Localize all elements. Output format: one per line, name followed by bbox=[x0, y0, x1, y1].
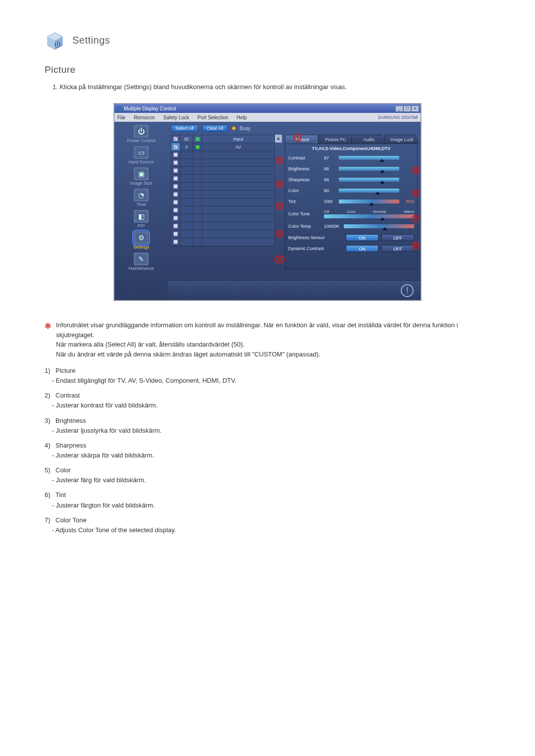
table-row[interactable] bbox=[171, 238, 274, 246]
table-row[interactable] bbox=[171, 175, 274, 183]
busy-label: Busy bbox=[240, 126, 251, 131]
row-input: AV bbox=[202, 143, 274, 151]
list-item: 2)Contrast - Justerar kontrast för vald … bbox=[45, 391, 490, 410]
sharpness-slider[interactable] bbox=[339, 178, 399, 182]
sidebar-item-pip[interactable]: ◧ PIP bbox=[116, 210, 166, 228]
menu-help[interactable]: Help bbox=[237, 115, 247, 120]
sidebar-item-input-source[interactable]: ▭ Input Source bbox=[116, 146, 166, 164]
tab-audio[interactable]: Audio bbox=[351, 135, 386, 144]
table-row[interactable] bbox=[171, 230, 274, 238]
table-row[interactable] bbox=[171, 222, 274, 230]
table-row[interactable] bbox=[171, 214, 274, 222]
maintenance-icon: ✎ bbox=[134, 252, 149, 265]
sidebar-item-power-control[interactable]: ⏻ Power Control bbox=[116, 125, 166, 143]
sidebar-item-label: Power Control bbox=[116, 138, 166, 143]
color-tone-label: Color Tone bbox=[288, 211, 324, 216]
table-row[interactable] bbox=[171, 191, 274, 199]
callout-3: 3 bbox=[412, 166, 420, 174]
table-row[interactable] bbox=[171, 167, 274, 175]
settings-panel: Picture Picture PC Audio Image Lock TV,A… bbox=[285, 135, 418, 278]
callout-7: 7 bbox=[412, 215, 420, 223]
select-all-button[interactable]: Select All bbox=[171, 125, 198, 132]
brightness-sensor-on-button[interactable]: ON bbox=[346, 234, 378, 241]
dynamic-contrast-off-button[interactable]: OFF bbox=[381, 245, 414, 252]
grid-head-status bbox=[193, 135, 202, 143]
row-checkbox[interactable] bbox=[173, 145, 178, 149]
star-icon: ✱ bbox=[45, 320, 51, 359]
dynamic-contrast-label: Dynamic Contrast bbox=[288, 246, 343, 251]
sidebar: ⏻ Power Control ▭ Input Source ▣ Image S… bbox=[114, 122, 168, 300]
maximize-button[interactable]: □ bbox=[403, 105, 411, 112]
sidebar-item-settings[interactable]: ⚙ Settings bbox=[116, 231, 166, 250]
grid-head-id: ID bbox=[180, 135, 193, 143]
color-label: Color bbox=[288, 188, 324, 193]
tint-slider[interactable] bbox=[339, 200, 399, 203]
tint-left: G50 bbox=[324, 199, 339, 204]
list-item: 5)Color - Justerar färg för vald bildskä… bbox=[45, 465, 490, 485]
window-title: Multiple Display Control bbox=[124, 106, 176, 111]
menubar: File Remocon Safety Lock Port Selection … bbox=[114, 113, 421, 122]
panel-subheader: TV,AV,S-Video,Component,HDMI,DTV bbox=[288, 146, 414, 151]
color-tone-slider[interactable] bbox=[324, 214, 414, 218]
intro-text: 1. Klicka på Inställningar (Settings) bl… bbox=[53, 83, 490, 91]
color-temp-slider[interactable] bbox=[344, 224, 414, 228]
sidebar-item-label: PIP bbox=[116, 223, 166, 228]
pip-icon: ◧ bbox=[134, 210, 149, 223]
sidebar-item-image-size[interactable]: ▣ Image Size bbox=[116, 167, 166, 186]
callout-10: 10 bbox=[274, 255, 285, 263]
contrast-value: 67 bbox=[324, 155, 339, 160]
menu-safety-lock[interactable]: Safety Lock bbox=[163, 115, 189, 120]
sidebar-item-time[interactable]: ◔ Time bbox=[116, 189, 166, 207]
note-line-3: När du ändrar ett värde på denna skärm ä… bbox=[56, 350, 490, 359]
window-titlebar: Multiple Display Control _ □ × bbox=[114, 104, 421, 113]
table-row[interactable]: 0 AV bbox=[171, 143, 274, 151]
close-button[interactable]: × bbox=[411, 105, 419, 112]
table-row[interactable] bbox=[171, 206, 274, 214]
tab-picture[interactable]: Picture bbox=[285, 135, 320, 144]
dynamic-contrast-on-button[interactable]: ON bbox=[346, 245, 378, 252]
menu-port-selection[interactable]: Port Selection bbox=[198, 115, 228, 120]
callout-4: 4 bbox=[276, 180, 284, 188]
table-row[interactable] bbox=[171, 159, 274, 167]
color-tone-cool[interactable]: Cool bbox=[347, 209, 355, 214]
brightness-slider[interactable] bbox=[339, 167, 399, 171]
brightness-sensor-label: Brightness Sensor bbox=[288, 235, 343, 240]
settings-cube-icon: D bbox=[45, 30, 65, 50]
app-window: Multiple Display Control _ □ × File Remo… bbox=[114, 103, 421, 301]
color-slider[interactable] bbox=[339, 189, 399, 193]
brightness-value: 68 bbox=[324, 166, 339, 171]
menu-file[interactable]: File bbox=[117, 115, 125, 120]
time-icon: ◔ bbox=[134, 189, 149, 202]
brightness-sensor-off-button[interactable]: OFF bbox=[381, 234, 414, 241]
power-icon: ⏻ bbox=[134, 125, 149, 138]
busy-indicator-icon bbox=[232, 126, 236, 130]
list-item: 1)Picture - Endast tillgängligt för TV, … bbox=[45, 366, 490, 386]
table-row[interactable] bbox=[171, 151, 274, 159]
color-tone-warm[interactable]: Warm bbox=[404, 209, 414, 214]
callout-8: 8 bbox=[276, 230, 284, 238]
list-item: 4)Sharpness - Justerar skärpa för vald b… bbox=[45, 441, 490, 460]
alert-icon: ! bbox=[401, 284, 414, 297]
app-icon bbox=[116, 106, 122, 111]
color-tone-normal[interactable]: Normal bbox=[373, 209, 386, 214]
section-title: Picture bbox=[45, 64, 490, 75]
clear-all-button[interactable]: Clear All bbox=[202, 125, 228, 132]
input-source-icon: ▭ bbox=[134, 146, 149, 159]
contrast-slider[interactable] bbox=[339, 156, 399, 160]
table-row[interactable] bbox=[171, 199, 274, 206]
menu-remocon[interactable]: Remocon bbox=[134, 115, 155, 120]
tab-image-lock[interactable]: Image Lock bbox=[384, 135, 420, 144]
callout-6: 6 bbox=[276, 202, 284, 210]
sidebar-item-label: Maintenance bbox=[116, 266, 166, 271]
scroll-up-button[interactable]: ▲ bbox=[275, 135, 282, 143]
tab-picture-pc[interactable]: Picture PC bbox=[318, 135, 353, 144]
svg-text:D: D bbox=[55, 42, 59, 48]
minimize-button[interactable]: _ bbox=[395, 105, 403, 112]
color-temp-label: Color Temp bbox=[288, 224, 324, 229]
sidebar-item-maintenance[interactable]: ✎ Maintenance bbox=[116, 252, 166, 271]
brand-label: SAMSUNG DIGITall bbox=[378, 115, 418, 120]
color-tone-off[interactable]: Off bbox=[324, 209, 329, 214]
callout-1: 1 bbox=[294, 134, 302, 142]
table-row[interactable] bbox=[171, 183, 274, 191]
sidebar-item-label: Input Source bbox=[116, 159, 166, 164]
